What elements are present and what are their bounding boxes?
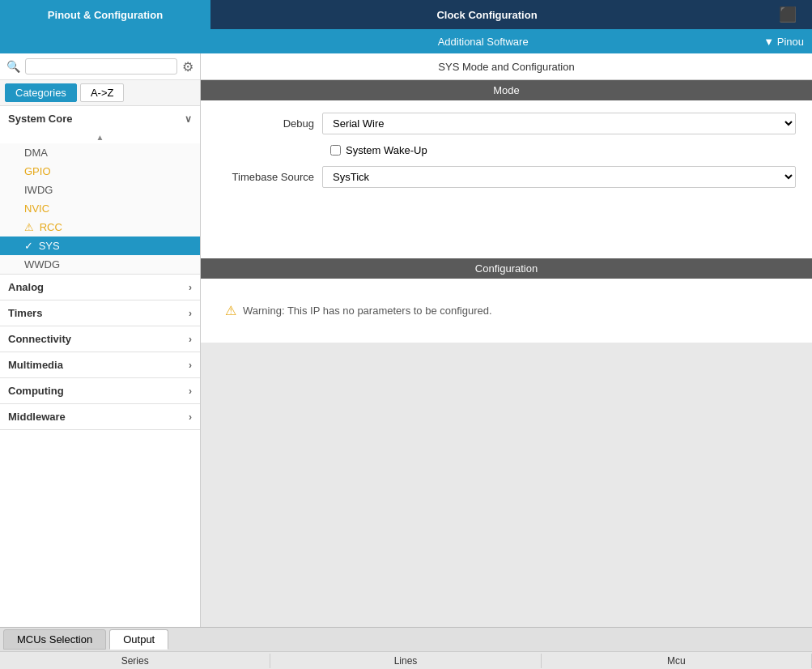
chevron-right-icon: ›	[189, 360, 192, 371]
debug-row: Debug Serial Wire JTAG (5 pins) JTAG (4 …	[217, 113, 796, 134]
chevron-right-icon: ›	[189, 282, 192, 293]
system-core-items: DMA GPIO IWDG NVIC ⚠ RCC ✓ SYS	[0, 143, 200, 274]
timebase-label: Timebase Source	[217, 171, 322, 183]
tab-right[interactable]: ⬛	[763, 0, 812, 29]
chevron-right-icon: ›	[189, 386, 192, 397]
system-wakeup-row: System Wake-Up	[217, 144, 796, 156]
main-content: 🔍 ⚙ Categories A->Z System Core ∨ ▲ DMA	[0, 53, 812, 627]
sidebar: 🔍 ⚙ Categories A->Z System Core ∨ ▲ DMA	[0, 53, 201, 627]
additional-software-label: Additional Software	[438, 36, 529, 48]
gear-icon[interactable]: ⚙	[182, 59, 193, 75]
category-header-multimedia[interactable]: Multimedia ›	[0, 352, 200, 377]
list-item-rcc[interactable]: ⚠ RCC	[0, 218, 200, 236]
pinout-short-label: ▼ Pinou	[763, 36, 804, 48]
tab-az[interactable]: A->Z	[80, 83, 125, 102]
chevron-right-icon: ›	[189, 334, 192, 345]
category-header-timers[interactable]: Timers ›	[0, 300, 200, 326]
system-wakeup-label: System Wake-Up	[346, 144, 427, 156]
tab-pinout[interactable]: Pinout & Configuration	[0, 0, 210, 29]
second-header: Additional Software ▼ Pinou	[0, 29, 812, 53]
list-item-gpio[interactable]: GPIO	[0, 162, 200, 181]
pinout-short-btn[interactable]: ▼ Pinou	[755, 29, 812, 53]
debug-select[interactable]: Serial Wire JTAG (5 pins) JTAG (4 pins) …	[322, 113, 796, 134]
col-lines: Lines	[270, 654, 541, 668]
timebase-row: Timebase Source SysTick TIM1 TIM2	[217, 166, 796, 188]
config-section-header: Configuration	[201, 258, 812, 279]
main-panel: SYS Mode and Configuration Mode Debug Se…	[201, 53, 812, 627]
debug-label: Debug	[217, 117, 322, 130]
pinout-label: Pinout & Configuration	[48, 9, 163, 21]
tab-output[interactable]: Output	[109, 629, 168, 650]
list-item-wwdg[interactable]: WWDG	[0, 255, 200, 274]
clock-label: Clock Configuration	[436, 9, 537, 21]
additional-software[interactable]: Additional Software	[210, 29, 755, 53]
bottom-table-header: Series Lines Mcu	[0, 651, 812, 669]
warning-box: ⚠ Warning: This IP has no parameters to …	[217, 295, 796, 326]
chevron-right-icon: ›	[189, 411, 192, 423]
tab-mcus-selection[interactable]: MCUs Selection	[3, 629, 106, 650]
panel-title: SYS Mode and Configuration	[201, 53, 812, 80]
category-timers: Timers ›	[0, 300, 200, 326]
category-header-analog[interactable]: Analog ›	[0, 275, 200, 300]
category-analog: Analog ›	[0, 275, 200, 300]
category-header-connectivity[interactable]: Connectivity ›	[0, 326, 200, 352]
mode-section-header: Mode	[201, 80, 812, 100]
sidebar-tabs: Categories A->Z	[0, 80, 200, 106]
category-computing: Computing ›	[0, 378, 200, 404]
timebase-select[interactable]: SysTick TIM1 TIM2	[322, 166, 796, 188]
sidebar-search-row: 🔍 ⚙	[0, 53, 200, 80]
bottom-bar: MCUs Selection Output	[0, 627, 812, 651]
category-multimedia: Multimedia ›	[0, 352, 200, 378]
mode-section: Mode Debug Serial Wire JTAG (5 pins) JTA…	[201, 80, 812, 210]
system-wakeup-checkbox[interactable]	[330, 145, 341, 156]
list-item-iwdg[interactable]: IWDG	[0, 181, 200, 199]
collapse-arrow[interactable]: ▲	[0, 131, 200, 143]
list-item-sys[interactable]: ✓ SYS	[0, 236, 200, 255]
tab-categories[interactable]: Categories	[5, 83, 77, 102]
top-header: Pinout & Configuration Clock Configurati…	[0, 0, 812, 29]
mode-spacer	[201, 210, 812, 258]
config-content: ⚠ Warning: This IP has no parameters to …	[201, 279, 812, 343]
col-mcu: Mcu	[542, 654, 812, 668]
chevron-down-icon: ∨	[185, 113, 192, 125]
warning-triangle-icon: ⚠	[24, 221, 34, 233]
list-item-nvic[interactable]: NVIC	[0, 199, 200, 218]
warning-text: Warning: This IP has no parameters to be…	[243, 305, 492, 317]
search-icon: 🔍	[6, 60, 20, 73]
header-spacer	[0, 29, 210, 53]
config-section: Configuration ⚠ Warning: This IP has no …	[201, 258, 812, 343]
category-system-core: System Core ∨ ▲ DMA GPIO IWDG NVIC ⚠	[0, 106, 200, 275]
tab-clock[interactable]: Clock Configuration	[210, 0, 763, 29]
category-connectivity: Connectivity ›	[0, 326, 200, 352]
category-middleware: Middleware ›	[0, 404, 200, 430]
checkmark-icon: ✓	[24, 240, 33, 252]
category-header-middleware[interactable]: Middleware ›	[0, 404, 200, 429]
warning-triangle-icon: ⚠	[225, 303, 236, 318]
list-item-dma[interactable]: DMA	[0, 143, 200, 162]
category-header-computing[interactable]: Computing ›	[0, 378, 200, 403]
col-series: Series	[0, 654, 270, 668]
category-header-system-core[interactable]: System Core ∨	[0, 106, 200, 131]
chevron-right-icon: ›	[189, 308, 192, 319]
search-input[interactable]	[25, 58, 177, 75]
mode-content: Debug Serial Wire JTAG (5 pins) JTAG (4 …	[201, 100, 812, 210]
